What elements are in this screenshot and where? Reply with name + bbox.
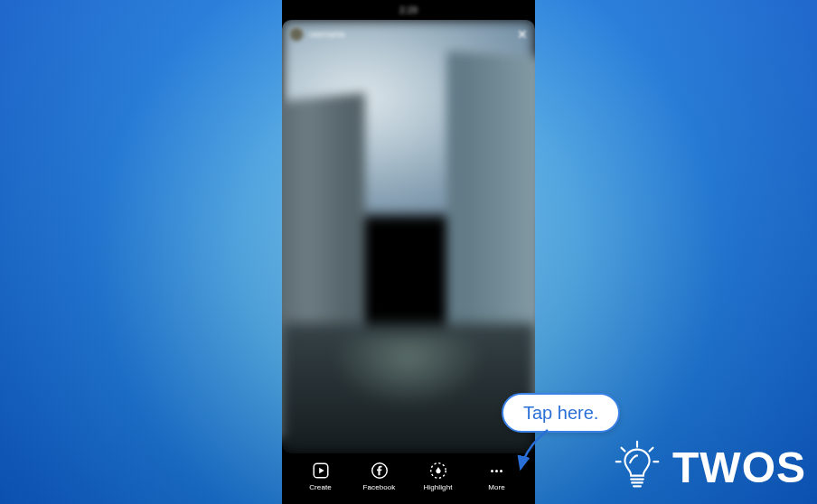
create-icon xyxy=(311,461,331,481)
story-header: username xyxy=(289,27,528,42)
story-image xyxy=(282,20,535,453)
more-button[interactable]: More xyxy=(474,461,520,491)
highlight-button[interactable]: Highlight xyxy=(416,461,461,491)
create-button[interactable]: Create xyxy=(298,461,343,491)
more-icon xyxy=(487,461,507,481)
facebook-button[interactable]: Facebook xyxy=(357,461,402,491)
highlight-icon xyxy=(428,461,448,481)
story-bottom-actions: Create Facebook Highlight More xyxy=(282,453,535,504)
svg-marker-1 xyxy=(319,468,324,473)
svg-line-5 xyxy=(622,448,625,452)
watermark: TWOS xyxy=(609,439,806,495)
story-viewport[interactable]: username ✕ xyxy=(282,20,535,453)
action-label: Highlight xyxy=(423,483,452,491)
facebook-icon xyxy=(370,461,390,481)
lightbulb-icon xyxy=(609,439,665,495)
callout-text: Tap here. xyxy=(523,403,598,423)
callout-arrow xyxy=(513,427,568,481)
action-label: More xyxy=(488,483,505,491)
svg-line-6 xyxy=(650,448,653,452)
brand-text: TWOS xyxy=(672,443,806,492)
phone-frame: 2:29 username ✕ Create xyxy=(282,0,535,504)
avatar[interactable] xyxy=(289,27,304,42)
action-label: Create xyxy=(309,483,332,491)
action-label: Facebook xyxy=(363,483,396,491)
story-username[interactable]: username xyxy=(309,30,345,39)
status-time: 2:29 xyxy=(399,5,418,15)
status-bar: 2:29 xyxy=(282,0,535,20)
close-icon[interactable]: ✕ xyxy=(517,27,528,42)
